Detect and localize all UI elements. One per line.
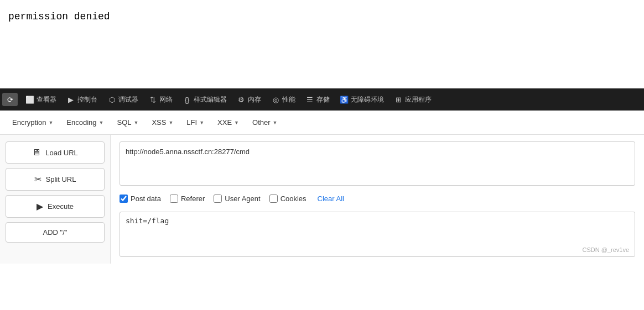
sql-chevron: ▼ — [134, 120, 139, 125]
lfi-label: LFI — [186, 118, 197, 127]
performance-icon: ◎ — [271, 95, 280, 104]
user-agent-label: User Agent — [225, 195, 260, 203]
post-data-area[interactable]: CSDN @_rev1ve — [120, 212, 635, 257]
tool-application-label: 应用程序 — [405, 95, 432, 104]
menu-sql[interactable]: SQL ▼ — [111, 115, 144, 129]
tool-memory-label: 内存 — [248, 95, 261, 104]
split-url-label: Split URL — [46, 175, 76, 183]
execute-icon: ▶ — [37, 201, 43, 212]
post-data-label: Post data — [131, 195, 161, 203]
menu-encryption[interactable]: Encryption ▼ — [7, 115, 59, 129]
tool-network[interactable]: ⇅ 网络 — [144, 93, 177, 107]
devtools-logo-icon: ⟳ — [6, 95, 14, 104]
main-panel: Encryption ▼ Encoding ▼ SQL ▼ XSS ▼ LFI … — [0, 111, 644, 264]
top-content-area: permission denied — [0, 0, 644, 88]
devtools-logo[interactable]: ⟳ — [2, 93, 18, 106]
memory-icon: ⚙ — [237, 95, 246, 104]
encryption-chevron: ▼ — [48, 120, 53, 125]
xxe-chevron: ▼ — [234, 120, 239, 125]
add-slash-label: ADD "/" — [43, 228, 67, 237]
add-slash-button[interactable]: ADD "/" — [6, 222, 105, 243]
clear-all-button[interactable]: Clear All — [315, 195, 346, 203]
tool-application[interactable]: ⊞ 应用程序 — [389, 93, 436, 107]
debugger-icon: ⬡ — [107, 95, 116, 104]
tool-style-editor[interactable]: {} 样式编辑器 — [178, 93, 231, 107]
menu-lfi[interactable]: LFI ▼ — [181, 115, 210, 129]
xss-label: XSS — [152, 118, 166, 127]
encoding-label: Encoding — [66, 118, 96, 127]
execute-button[interactable]: ▶ Execute — [6, 195, 105, 218]
post-data-checkbox[interactable] — [120, 195, 128, 203]
options-row: Post data Referer User Agent Cookies Cle… — [120, 191, 635, 206]
tool-debugger-label: 调试器 — [118, 95, 138, 104]
tool-network-label: 网络 — [159, 95, 173, 104]
load-url-icon: 🖥 — [32, 148, 41, 157]
cookies-label: Cookies — [281, 195, 307, 203]
tool-debugger[interactable]: ⬡ 调试器 — [103, 93, 143, 107]
tool-storage-label: 存储 — [316, 95, 330, 104]
url-input-area[interactable] — [120, 141, 635, 186]
viewer-icon: ⬜ — [25, 95, 34, 104]
cookies-checkbox[interactable] — [269, 195, 278, 203]
permission-denied-text: permission denied — [8, 11, 636, 22]
cookies-checkbox-label[interactable]: Cookies — [269, 195, 307, 203]
application-icon: ⊞ — [394, 95, 403, 104]
other-label: Other — [252, 118, 271, 127]
split-url-button[interactable]: ✂ Split URL — [6, 168, 105, 191]
tool-console[interactable]: ▶ 控制台 — [62, 93, 102, 107]
other-chevron: ▼ — [273, 120, 278, 125]
tool-storage[interactable]: ☰ 存储 — [301, 93, 334, 107]
user-agent-checkbox[interactable] — [214, 195, 222, 203]
style-editor-icon: {} — [183, 95, 191, 104]
tool-performance-label: 性能 — [282, 95, 295, 104]
tool-viewer-label: 查看器 — [37, 95, 56, 104]
execute-label: Execute — [48, 202, 74, 211]
load-url-button[interactable]: 🖥 Load URL — [6, 141, 105, 164]
tool-accessibility-label: 无障碍环境 — [351, 95, 384, 104]
menu-bar: Encryption ▼ Encoding ▼ SQL ▼ XSS ▼ LFI … — [0, 111, 644, 135]
sql-label: SQL — [117, 118, 131, 127]
encoding-chevron: ▼ — [99, 120, 104, 125]
referer-checkbox[interactable] — [170, 195, 178, 203]
network-icon: ⇅ — [148, 95, 157, 104]
watermark-text: CSDN @_rev1ve — [582, 246, 629, 253]
referer-checkbox-label[interactable]: Referer — [170, 195, 205, 203]
tool-viewer[interactable]: ⬜ 查看器 — [21, 93, 61, 107]
split-url-icon: ✂ — [34, 174, 41, 185]
tool-memory[interactable]: ⚙ 内存 — [232, 93, 266, 107]
encryption-label: Encryption — [12, 118, 46, 127]
load-url-label: Load URL — [45, 149, 78, 157]
storage-icon: ☰ — [305, 95, 314, 104]
user-agent-checkbox-label[interactable]: User Agent — [214, 195, 260, 203]
menu-encoding[interactable]: Encoding ▼ — [61, 115, 109, 129]
lfi-chevron: ▼ — [199, 120, 204, 125]
content-area: 🖥 Load URL ✂ Split URL ▶ Execute ADD "/" — [0, 135, 644, 264]
referer-label: Referer — [181, 195, 205, 203]
xxe-label: XXE — [217, 118, 232, 127]
xss-chevron: ▼ — [168, 120, 173, 125]
right-content: Post data Referer User Agent Cookies Cle… — [111, 135, 644, 264]
devtools-toolbar: ⟳ ⬜ 查看器 ▶ 控制台 ⬡ 调试器 ⇅ 网络 {} 样式编辑器 ⚙ 内存 ◎… — [0, 88, 644, 111]
left-sidebar: 🖥 Load URL ✂ Split URL ▶ Execute ADD "/" — [0, 135, 111, 264]
tool-console-label: 控制台 — [77, 95, 97, 104]
post-data-textarea[interactable] — [126, 217, 629, 250]
menu-other[interactable]: Other ▼ — [247, 115, 283, 129]
tool-performance[interactable]: ◎ 性能 — [267, 93, 300, 107]
menu-xxe[interactable]: XXE ▼ — [212, 115, 245, 129]
tool-style-label: 样式编辑器 — [194, 95, 227, 104]
clear-all-label: Clear All — [318, 195, 344, 203]
tool-accessibility[interactable]: ♿ 无障碍环境 — [335, 93, 388, 107]
url-input[interactable] — [126, 148, 629, 156]
console-icon: ▶ — [66, 95, 75, 104]
accessibility-icon: ♿ — [340, 95, 349, 104]
menu-xss[interactable]: XSS ▼ — [146, 115, 179, 129]
post-data-checkbox-label[interactable]: Post data — [120, 195, 161, 203]
